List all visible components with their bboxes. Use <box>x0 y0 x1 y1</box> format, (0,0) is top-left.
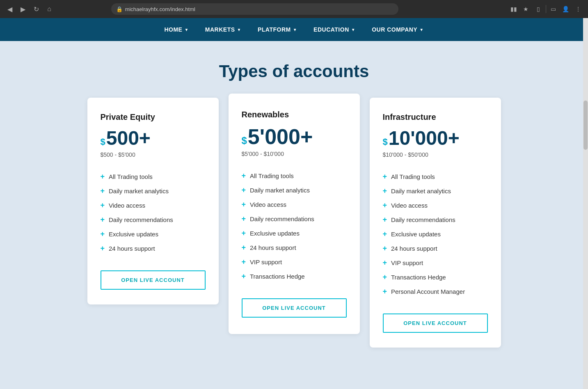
open-account-button-1[interactable]: OPEN LIVE ACCOUNT <box>101 270 206 290</box>
profile-icon[interactable]: 👤 <box>561 4 571 14</box>
plus-icon: + <box>383 273 387 281</box>
plus-icon: + <box>383 172 387 181</box>
extension-icon[interactable]: ▯ <box>533 4 543 14</box>
open-account-button-2[interactable]: OPEN LIVE ACCOUNT <box>242 298 347 318</box>
price-value-1: 500+ <box>106 128 151 148</box>
feature-item: +Exclusive updates <box>242 226 347 240</box>
refresh-button[interactable]: ↻ <box>31 4 41 14</box>
features-list-1: +All Trading tools +Daily market analyti… <box>101 169 206 256</box>
feature-item: +Video access <box>101 198 206 213</box>
features-list-2: +All Trading tools +Daily market analyti… <box>242 169 347 284</box>
price-range-2: $5'000 - $10'000 <box>242 151 347 157</box>
nav-education[interactable]: EDUCATION ▼ <box>313 26 355 33</box>
plus-icon: + <box>101 172 105 181</box>
browser-action-bar: ▮▮ ★ ▯ ▭ 👤 ⋮ <box>509 4 583 14</box>
plus-icon: + <box>383 187 387 195</box>
browser-chrome: ◀ ▶ ↻ ⌂ 🔒 michaelrayhfx.com/index.html ▮… <box>0 0 588 18</box>
bookmark-icon[interactable]: ★ <box>521 4 531 14</box>
feature-item: +Video access <box>383 198 488 213</box>
price-value-2: 5'000+ <box>248 126 313 147</box>
card-private-equity-title: Private Equity <box>101 112 206 122</box>
plus-icon: + <box>383 201 387 210</box>
plus-icon: + <box>383 244 387 253</box>
open-account-button-3[interactable]: OPEN LIVE ACCOUNT <box>383 313 488 333</box>
feature-item: +All Trading tools <box>101 169 206 184</box>
plus-icon: + <box>383 259 387 267</box>
plus-icon: + <box>242 186 246 194</box>
plus-icon: + <box>242 215 246 223</box>
feature-item: +Transactions Hedge <box>383 270 488 284</box>
features-list-3: +All Trading tools +Daily market analyti… <box>383 169 488 299</box>
feature-item: +Daily market analytics <box>383 184 488 198</box>
forward-button[interactable]: ▶ <box>18 4 28 14</box>
feature-item: +Daily recommendations <box>242 212 347 226</box>
card-renewables-title: Renewables <box>242 110 347 119</box>
navbar: HOME ▼ MARKETS ▼ PLATFORM ▼ EDUCATION ▼ … <box>0 18 588 41</box>
price-symbol-1: $ <box>101 137 105 146</box>
feature-item: +All Trading tools <box>242 169 347 183</box>
plus-icon: + <box>101 230 105 238</box>
card-infrastructure-title: Infrastructure <box>383 112 488 122</box>
plus-icon: + <box>383 215 387 224</box>
plus-icon: + <box>101 244 105 253</box>
nav-markets[interactable]: MARKETS ▼ <box>205 26 241 33</box>
card-private-equity: Private Equity $ 500+ $500 - $5'000 +All… <box>87 98 219 304</box>
nav-our-company[interactable]: OUR COMPANY ▼ <box>372 26 423 33</box>
nav-platform-arrow: ▼ <box>293 27 297 32</box>
card-renewables-price: $ 5'000+ <box>242 126 347 147</box>
main-content: Types of accounts Private Equity $ 500+ … <box>0 41 588 372</box>
screenshot-icon[interactable]: ▮▮ <box>509 4 519 14</box>
plus-icon: + <box>242 172 246 180</box>
feature-item: +VIP support <box>383 256 488 270</box>
tablet-icon[interactable]: ▭ <box>549 4 558 14</box>
divider <box>546 5 546 13</box>
price-symbol-2: $ <box>242 136 247 146</box>
plus-icon: + <box>383 287 387 296</box>
plus-icon: + <box>242 272 246 281</box>
nav-home[interactable]: HOME ▼ <box>164 26 188 33</box>
price-range-1: $500 - $5'000 <box>101 151 206 158</box>
page-title: Types of accounts <box>25 62 563 81</box>
plus-icon: + <box>101 187 105 195</box>
feature-item: +Daily recommendations <box>383 213 488 227</box>
feature-item: +VIP support <box>242 255 347 269</box>
card-private-equity-price: $ 500+ <box>101 128 206 148</box>
menu-icon[interactable]: ⋮ <box>573 4 583 14</box>
feature-item: +24 hours support <box>242 240 347 255</box>
plus-icon: + <box>242 200 246 209</box>
price-value-3: 10'000+ <box>389 128 460 148</box>
feature-item: +24 hours support <box>383 241 488 256</box>
plus-icon: + <box>242 258 246 266</box>
feature-item: +Video access <box>242 197 347 212</box>
url-text: michaelrayhfx.com/index.html <box>125 6 195 12</box>
home-button[interactable]: ⌂ <box>44 4 54 14</box>
nav-platform[interactable]: PLATFORM ▼ <box>258 26 297 33</box>
feature-item: +Daily market analytics <box>242 183 347 197</box>
feature-item: +Personal Account Manager <box>383 284 488 299</box>
price-symbol-3: $ <box>383 137 388 146</box>
feature-item: +Daily recommendations <box>101 213 206 227</box>
scrollbar-thumb[interactable] <box>583 101 588 150</box>
address-bar[interactable]: 🔒 michaelrayhfx.com/index.html <box>111 3 398 15</box>
cards-container: Private Equity $ 500+ $500 - $5'000 +All… <box>25 98 563 348</box>
feature-item: +Transactions Hedge <box>242 269 347 284</box>
nav-home-arrow: ▼ <box>184 27 188 32</box>
back-button[interactable]: ◀ <box>5 4 15 14</box>
card-infrastructure: Infrastructure $ 10'000+ $10'000 - $50'0… <box>370 98 501 348</box>
nav-our-company-arrow: ▼ <box>419 27 423 32</box>
plus-icon: + <box>242 243 246 252</box>
nav-education-arrow: ▼ <box>351 27 355 32</box>
plus-icon: + <box>242 229 246 238</box>
feature-item: +Daily market analytics <box>101 184 206 198</box>
feature-item: +Exclusive updates <box>383 227 488 241</box>
card-renewables: Renewables $ 5'000+ $5'000 - $10'000 +Al… <box>229 94 360 334</box>
feature-item: +All Trading tools <box>383 169 488 184</box>
feature-item: +Exclusive updates <box>101 227 206 241</box>
feature-item: +24 hours support <box>101 241 206 256</box>
price-range-3: $10'000 - $50'000 <box>383 151 488 158</box>
nav-markets-arrow: ▼ <box>237 27 241 32</box>
plus-icon: + <box>101 201 105 210</box>
scrollbar-track[interactable] <box>583 18 588 389</box>
card-infrastructure-price: $ 10'000+ <box>383 128 488 148</box>
plus-icon: + <box>383 230 387 238</box>
